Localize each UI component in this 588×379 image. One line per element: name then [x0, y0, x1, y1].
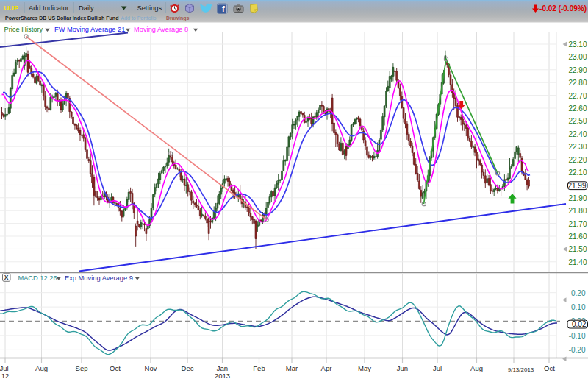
svg-text:21.90: 21.90: [568, 194, 587, 202]
svg-text:-0.10: -0.10: [569, 332, 586, 340]
svg-text:21.40: 21.40: [568, 258, 587, 266]
svg-text:-0.02: -0.02: [570, 320, 587, 328]
svg-text:22.10: 22.10: [568, 169, 587, 177]
svg-text:23.00: 23.00: [568, 53, 587, 61]
svg-text:22.40: 22.40: [568, 130, 587, 138]
svg-text:Add to Portfolio: Add to Portfolio: [121, 15, 157, 21]
svg-text:21.60: 21.60: [568, 233, 587, 241]
svg-text:23.10: 23.10: [568, 40, 587, 49]
svg-text:21.70: 21.70: [568, 220, 587, 228]
svg-text:21.80: 21.80: [568, 207, 587, 215]
svg-text:Exp Moving Average 9: Exp Moving Average 9: [65, 274, 133, 282]
svg-text:X: X: [4, 274, 9, 281]
svg-text:Oct: Oct: [110, 364, 121, 372]
svg-text:Sep: Sep: [76, 364, 88, 372]
svg-text:Feb: Feb: [253, 364, 265, 372]
svg-text:Oct: Oct: [544, 364, 555, 372]
svg-text:22.80: 22.80: [568, 79, 587, 87]
svg-text:0.10: 0.10: [571, 303, 586, 311]
svg-text:21.99: 21.99: [567, 182, 586, 190]
svg-text:2013: 2013: [215, 372, 230, 379]
svg-text:22.60: 22.60: [568, 105, 587, 113]
svg-text:Mar: Mar: [286, 364, 298, 372]
svg-text:f: f: [222, 4, 225, 13]
svg-text:22.30: 22.30: [568, 143, 587, 151]
svg-text:Jul: Jul: [433, 364, 442, 372]
svg-text:FW Moving Average 21: FW Moving Average 21: [54, 26, 125, 33]
svg-text:Drawings: Drawings: [166, 15, 190, 21]
svg-text:22.50: 22.50: [568, 117, 587, 125]
svg-text:Nov: Nov: [145, 364, 157, 372]
svg-text:Settings: Settings: [137, 4, 162, 12]
svg-text:Daily: Daily: [79, 4, 94, 12]
svg-text:Aug: Aug: [470, 364, 483, 372]
svg-text:-0.20: -0.20: [569, 346, 586, 354]
svg-text:Jun: Jun: [397, 364, 408, 372]
svg-text:MACD 12 26: MACD 12 26: [18, 274, 57, 282]
svg-text:21.50: 21.50: [568, 245, 587, 253]
svg-text:22.70: 22.70: [568, 92, 587, 100]
svg-text:-0.02 (-0.09%): -0.02 (-0.09%): [539, 4, 587, 13]
svg-text:Price History: Price History: [4, 26, 43, 33]
svg-text:May: May: [358, 364, 371, 372]
svg-text:9/13/2013: 9/13/2013: [508, 366, 534, 373]
svg-text:Dec: Dec: [182, 364, 194, 372]
svg-text:PowerShares DB US Dollar Index: PowerShares DB US Dollar Index Bullish F…: [5, 15, 118, 21]
svg-text:Apr: Apr: [321, 364, 332, 372]
svg-text:22.90: 22.90: [568, 66, 587, 74]
svg-text:Add Indicator: Add Indicator: [29, 4, 69, 12]
svg-text:22.20: 22.20: [568, 156, 587, 164]
svg-text:0.20: 0.20: [571, 289, 586, 297]
svg-text:Moving Average 8: Moving Average 8: [134, 26, 188, 33]
svg-text:UUP: UUP: [4, 4, 19, 12]
svg-text:Aug: Aug: [35, 364, 48, 372]
svg-text:12: 12: [1, 372, 10, 379]
